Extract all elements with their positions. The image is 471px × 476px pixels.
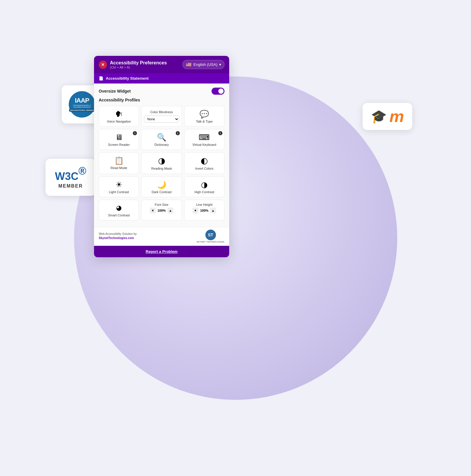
invert-colors-tile[interactable]: ◐ Invert Colors <box>184 152 224 174</box>
w3c-member-label: MEMBER <box>55 183 86 189</box>
dark-contrast-tile[interactable]: 🌙 Dark Contrast <box>141 176 182 197</box>
report-problem-button[interactable]: Report a Problem <box>94 246 229 257</box>
profiles-section-title: Accessibility Profiles <box>99 98 224 102</box>
panel-title: Accessibility Preferences <box>110 60 167 66</box>
oversize-widget-toggle[interactable] <box>212 88 224 95</box>
line-height-label: Line Height <box>196 203 212 206</box>
language-label: English (USA) <box>193 62 217 67</box>
skynet-logo: ST SKYNET TECHNOLOGIES <box>197 230 224 243</box>
high-contrast-icon: ◑ <box>201 181 208 188</box>
line-height-decrease-button[interactable]: ▾ <box>192 208 198 213</box>
invert-colors-label: Invert Colors <box>195 167 213 171</box>
font-size-tile: Font Size ▾ 100% ▴ <box>141 200 182 221</box>
statement-label: Accessibility Statement <box>106 76 149 81</box>
font-size-increase-button[interactable]: ▴ <box>167 208 173 213</box>
virtual-keyboard-label: Virtual Keyboard <box>192 143 216 147</box>
color-blindness-select[interactable]: None Protanopia Deuteranopia Tritanopia <box>144 116 179 123</box>
virtual-keyboard-tile[interactable]: i ⌨ Virtual Keyboard <box>184 129 224 150</box>
read-mode-tile[interactable]: 📋 Read Mode <box>99 152 139 174</box>
screen-reader-info-icon[interactable]: i <box>133 131 137 135</box>
font-size-value: 100% <box>157 209 166 212</box>
language-selector[interactable]: 🇺🇸 English (USA) ▾ <box>182 60 224 69</box>
dictionary-info-icon[interactable]: i <box>176 131 180 135</box>
footer-link[interactable]: SkynetTechnologies.com <box>99 236 134 240</box>
smart-contrast-label: Smart Contrast <box>108 213 130 217</box>
panel-title-block: Accessibility Preferences (Ctrl + Alt + … <box>110 60 167 69</box>
w3c-member-card: W3C® MEMBER <box>46 159 96 196</box>
font-size-decrease-button[interactable]: ▾ <box>150 208 156 213</box>
graduation-cap-icon: 🎓 <box>371 109 387 124</box>
accessibility-panel: ✕ Accessibility Preferences (Ctrl + Alt … <box>94 56 229 257</box>
document-icon: 📄 <box>99 76 103 81</box>
virtual-keyboard-info-icon[interactable]: i <box>218 131 222 135</box>
dictionary-icon: 🔍 <box>157 133 166 141</box>
light-contrast-label: Light Contrast <box>109 190 129 194</box>
w3c-text: W3C <box>55 170 78 182</box>
read-mode-label: Read Mode <box>110 166 127 170</box>
color-blindness-label: Color Blindness <box>150 110 173 114</box>
line-height-increase-button[interactable]: ▴ <box>210 208 216 213</box>
panel-shortcut: (Ctrl + Alt + A) <box>110 66 167 69</box>
flag-icon: 🇺🇸 <box>186 62 192 67</box>
voice-navigation-tile[interactable]: 🗣 Voice Navigation <box>99 106 139 127</box>
features-row-5: ◕ Smart Contrast Font Size ▾ 100% ▴ Line… <box>99 200 224 221</box>
accessibility-statement-bar[interactable]: 📄 Accessibility Statement <box>94 73 229 83</box>
dictionary-label: Dictionary <box>155 143 169 147</box>
w3c-reg: ® <box>78 165 86 177</box>
talk-and-type-icon: 💬 <box>200 110 209 118</box>
features-row-1: 🗣 Voice Navigation Color Blindness None … <box>99 106 224 127</box>
line-height-value: 100% <box>200 209 209 212</box>
iaap-text: IAAP <box>75 97 89 104</box>
panel-header-left: ✕ Accessibility Preferences (Ctrl + Alt … <box>99 60 167 69</box>
high-contrast-tile[interactable]: ◑ High Contrast <box>184 176 224 197</box>
features-row-2: i 🖥 Screen Reader i 🔍 Dictionary i ⌨ Vir… <box>99 129 224 150</box>
moodle-card: 🎓 m <box>363 103 412 130</box>
voice-navigation-icon: 🗣 <box>115 110 123 118</box>
w3c-logo: W3C® <box>55 166 86 182</box>
moodle-m-letter: m <box>389 109 404 124</box>
font-size-controls: ▾ 100% ▴ <box>150 208 173 213</box>
footer-content: Web Accessibility Solution by SkynetTech… <box>99 230 224 243</box>
smart-contrast-icon: ◕ <box>116 204 122 212</box>
color-blindness-tile: Color Blindness None Protanopia Deuteran… <box>141 106 182 127</box>
talk-and-type-label: Talk & Type <box>196 120 213 123</box>
screen-reader-tile[interactable]: i 🖥 Screen Reader <box>99 129 139 150</box>
line-height-controls: ▾ 100% ▴ <box>192 208 216 213</box>
panel-header: ✕ Accessibility Preferences (Ctrl + Alt … <box>94 56 229 73</box>
chevron-down-icon: ▾ <box>219 62 221 67</box>
iaap-org-label: ORGANIZATIONAL MEMBER <box>69 109 95 112</box>
font-size-label: Font Size <box>155 203 168 206</box>
skynet-name-label: SKYNET TECHNOLOGIES <box>197 241 224 243</box>
iaap-badge: IAAP International Association of Access… <box>69 91 95 118</box>
screen-reader-icon: 🖥 <box>115 133 123 141</box>
features-row-3: 📋 Read Mode ◑ Reading Mask ◐ Invert Colo… <box>99 152 224 174</box>
high-contrast-label: High Contrast <box>195 190 214 194</box>
talk-and-type-tile[interactable]: 💬 Talk & Type <box>184 106 224 127</box>
panel-footer: Web Accessibility Solution by SkynetTech… <box>94 227 229 246</box>
panel-body: Oversize Widget Accessibility Profiles 🗣… <box>94 83 229 227</box>
light-contrast-icon: ☀ <box>115 181 122 188</box>
invert-colors-icon: ◐ <box>201 157 208 165</box>
line-height-tile: Line Height ▾ 100% ▴ <box>184 200 224 221</box>
reading-mask-icon: ◑ <box>158 157 165 165</box>
reading-mask-label: Reading Mask <box>151 167 172 171</box>
skynet-circle-icon: ST <box>205 230 216 240</box>
light-contrast-tile[interactable]: ☀ Light Contrast <box>99 176 139 197</box>
dictionary-tile[interactable]: i 🔍 Dictionary <box>141 129 182 150</box>
close-button[interactable]: ✕ <box>99 61 107 69</box>
read-mode-icon: 📋 <box>114 157 124 164</box>
screen-reader-label: Screen Reader <box>108 143 130 147</box>
footer-line1: Web Accessibility Solution by <box>99 232 137 236</box>
oversize-widget-row: Oversize Widget <box>99 88 224 95</box>
virtual-keyboard-icon: ⌨ <box>199 133 210 141</box>
footer-text: Web Accessibility Solution by SkynetTech… <box>99 232 137 240</box>
iaap-sub-text: International Association of Accessibili… <box>69 104 95 108</box>
oversize-widget-label: Oversize Widget <box>99 89 131 93</box>
voice-navigation-label: Voice Navigation <box>107 120 131 123</box>
dark-contrast-label: Dark Contrast <box>152 190 172 194</box>
reading-mask-tile[interactable]: ◑ Reading Mask <box>141 152 182 174</box>
features-row-4: ☀ Light Contrast 🌙 Dark Contrast ◑ High … <box>99 176 224 197</box>
smart-contrast-tile[interactable]: ◕ Smart Contrast <box>99 200 139 221</box>
dark-contrast-icon: 🌙 <box>157 181 166 188</box>
